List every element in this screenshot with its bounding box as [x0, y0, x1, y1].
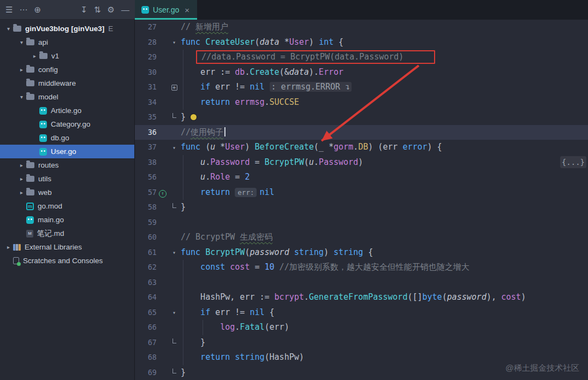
- code-line[interactable]: 63: [135, 275, 588, 290]
- code-line[interactable]: 38u.Password = BcryptPW(u.Password){...}: [135, 155, 588, 170]
- tab-user-go[interactable]: User.go ×: [135, 0, 197, 20]
- chevron-down-icon[interactable]: ▾: [17, 94, 26, 100]
- folder-icon: [26, 67, 34, 73]
- code-token: ): [324, 247, 334, 257]
- code-line[interactable]: 60// BcryptPW 生成密码: [135, 230, 588, 245]
- more-options-icon[interactable]: ⋯: [19, 5, 27, 14]
- tree-item-article.go[interactable]: Article.go: [0, 104, 134, 117]
- download-icon[interactable]: ↧: [80, 5, 87, 14]
- gutter: 56: [135, 170, 181, 185]
- line-number: 31: [138, 80, 157, 95]
- gutter: 38: [135, 155, 181, 170]
- code-token: BcryptPW: [265, 157, 304, 167]
- code-token: ): [309, 37, 319, 47]
- code-line[interactable]: 57↑return err:nil: [135, 185, 588, 200]
- code-line[interactable]: 31+if err != nil : errmsg.ERROR ↴: [135, 80, 588, 95]
- chevron-down-icon[interactable]: ▾: [4, 26, 13, 32]
- code-line[interactable]: 61▾func BcryptPW(password string) string…: [135, 245, 588, 260]
- code-token: ): [521, 292, 526, 302]
- tree-item-utils[interactable]: ▸utils: [0, 172, 134, 186]
- fold-marker-icon[interactable]: [173, 113, 176, 118]
- tree-item-ginvue3blog-ginvue3-[interactable]: ▾ginVue3blog [ginVue3]E: [0, 22, 134, 35]
- gutter: 37▾: [135, 140, 181, 155]
- line-number: 60: [138, 230, 157, 245]
- tree-item-main.go[interactable]: main.go: [0, 213, 134, 227]
- code-token: gorm: [334, 142, 353, 152]
- chevron-right-icon[interactable]: ▸: [30, 53, 39, 59]
- main-menu-icon[interactable]: ☰: [5, 5, 13, 14]
- vcs-update-icon[interactable]: ⇅: [94, 5, 101, 14]
- override-marker-icon[interactable]: ↑: [159, 190, 167, 198]
- code-token: .: [235, 322, 240, 332]
- code-line[interactable]: 65▾if err != nil {: [135, 305, 588, 320]
- code-token: if: [200, 82, 210, 92]
- tree-item-db.go[interactable]: db.go: [0, 131, 134, 145]
- chevron-right-icon[interactable]: ▸: [17, 162, 26, 168]
- tree-item-笔记.md[interactable]: 笔记.md: [0, 227, 134, 240]
- tree-item-label: User.go: [51, 147, 76, 156]
- code-line[interactable]: 67}: [135, 335, 588, 351]
- code-token: (&: [280, 67, 289, 77]
- code-line[interactable]: 56u.Role = 2: [135, 170, 588, 185]
- code-token: cost: [501, 292, 521, 302]
- tab-close-icon[interactable]: ×: [185, 5, 189, 15]
- tree-item-scratches-and-consoles[interactable]: Scratches and Consoles: [0, 254, 134, 268]
- tree-item-config[interactable]: ▸config: [0, 63, 134, 76]
- fold-marker-icon[interactable]: +: [171, 85, 177, 91]
- code-line[interactable]: 58}: [135, 200, 588, 215]
- gutter: 59: [135, 215, 181, 230]
- settings-icon[interactable]: ⚙: [108, 5, 115, 14]
- code-text: //data.Password = BcryptPW(data.Password…: [181, 50, 435, 65]
- tree-item-model[interactable]: ▾model: [0, 90, 134, 104]
- tree-item-web[interactable]: ▸web: [0, 186, 134, 199]
- fold-marker-icon[interactable]: ▾: [173, 310, 176, 316]
- fold-marker-icon[interactable]: [173, 203, 176, 208]
- code-token: Role: [210, 172, 230, 182]
- code-token: // BcryptPW: [181, 232, 240, 242]
- code-line[interactable]: 64HashPw, err := bcrypt.GenerateFromPass…: [135, 290, 588, 305]
- chevron-right-icon[interactable]: ▸: [17, 189, 26, 195]
- code-token: bcrypt: [275, 292, 304, 302]
- code-token: u: [210, 142, 215, 152]
- intention-bulb-icon[interactable]: [191, 114, 197, 120]
- chevron-right-icon[interactable]: ▸: [17, 176, 26, 182]
- folder-icon: [39, 53, 47, 59]
- tree-item-go.mod[interactable]: go.mod: [0, 199, 134, 213]
- fold-marker-icon[interactable]: ▾: [173, 39, 176, 45]
- code-token: nil: [259, 187, 274, 197]
- fold-marker-icon[interactable]: [173, 369, 176, 373]
- chevron-right-icon[interactable]: ▸: [4, 244, 13, 250]
- code-line[interactable]: 62const cost = 10 //加密级别系数，越大越安全但性能开销也随之…: [135, 260, 588, 275]
- code-token: (: [200, 142, 210, 152]
- code-line[interactable]: 66log.Fatal(err): [135, 320, 588, 335]
- code-line[interactable]: 35}: [135, 110, 588, 125]
- line-number: 58: [138, 200, 157, 215]
- fold-marker-icon[interactable]: ▾: [173, 145, 176, 151]
- tree-item-middleware[interactable]: middleware: [0, 76, 134, 90]
- tree-item-api[interactable]: ▾api: [0, 35, 134, 49]
- folded-region-placeholder[interactable]: {...}: [560, 156, 586, 168]
- code-line[interactable]: 30err := db.Create(&data).Error: [135, 65, 588, 80]
- chevron-down-icon[interactable]: ▾: [17, 39, 26, 45]
- code-line[interactable]: 36//使用钩子: [135, 125, 588, 140]
- code-line[interactable]: 37▾func (u *User) BeforeCreate(_ *gorm.D…: [135, 140, 588, 155]
- gutter: 35: [135, 110, 181, 125]
- hide-window-icon[interactable]: —: [121, 5, 129, 14]
- code-line[interactable]: 28▾func CreateUser(data *User) int {: [135, 35, 588, 50]
- code-line[interactable]: 59: [135, 215, 588, 230]
- code-token: [225, 262, 230, 272]
- tree-item-routes[interactable]: ▸routes: [0, 158, 134, 172]
- project-tree-panel[interactable]: ▾ginVue3blog [ginVue3]E▾api▸v1▸configmid…: [0, 20, 135, 380]
- chevron-right-icon[interactable]: ▸: [17, 67, 26, 73]
- tree-item-external-libraries[interactable]: ▸External Libraries: [0, 240, 134, 254]
- code-editor[interactable]: 27// 新增用户28▾func CreateUser(data *User) …: [135, 20, 588, 380]
- code-line[interactable]: 29//data.Password = BcryptPW(data.Passwo…: [135, 50, 588, 65]
- tree-item-v1[interactable]: ▸v1: [0, 49, 134, 63]
- code-line[interactable]: 34return errmsg.SUCCSE: [135, 95, 588, 110]
- tree-item-category.go[interactable]: Category.go: [0, 117, 134, 131]
- fold-marker-icon[interactable]: [173, 339, 176, 343]
- fold-marker-icon[interactable]: ▾: [173, 250, 176, 256]
- globe-icon[interactable]: ⊕: [34, 5, 41, 14]
- code-line[interactable]: 27// 新增用户: [135, 20, 588, 35]
- tree-item-user.go[interactable]: User.go: [0, 145, 134, 158]
